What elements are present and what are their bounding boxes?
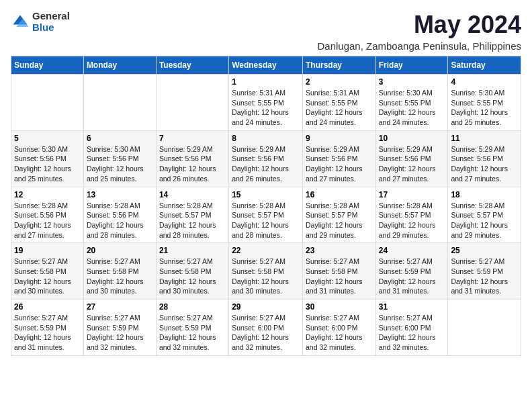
calendar-cell: 12Sunrise: 5:28 AMSunset: 5:56 PMDayligh…: [11, 187, 84, 243]
day-number: 24: [379, 246, 445, 255]
calendar-cell: [11, 75, 84, 131]
day-info: Sunrise: 5:27 AMSunset: 5:58 PMDaylight:…: [14, 257, 81, 296]
day-info: Sunrise: 5:29 AMSunset: 5:56 PMDaylight:…: [451, 144, 518, 184]
calendar-cell: 16Sunrise: 5:28 AMSunset: 5:57 PMDayligh…: [302, 187, 375, 243]
day-info: Sunrise: 5:27 AMSunset: 5:58 PMDaylight:…: [232, 257, 300, 296]
subtitle: Danlugan, Zamboanga Peninsula, Philippin…: [317, 40, 521, 52]
day-info: Sunrise: 5:27 AMSunset: 5:58 PMDaylight:…: [87, 257, 153, 296]
calendar-cell: 1Sunrise: 5:31 AMSunset: 5:55 PMDaylight…: [229, 75, 303, 131]
calendar-cell: 4Sunrise: 5:30 AMSunset: 5:55 PMDaylight…: [448, 75, 521, 131]
page-header: General Blue May 2024 Danlugan, Zamboang…: [11, 11, 521, 52]
calendar-cell: 29Sunrise: 5:27 AMSunset: 6:00 PMDayligh…: [229, 300, 303, 356]
logo: General Blue: [11, 11, 70, 33]
day-info: Sunrise: 5:28 AMSunset: 5:56 PMDaylight:…: [87, 201, 153, 240]
day-number: 28: [159, 302, 226, 312]
day-info: Sunrise: 5:27 AMSunset: 5:59 PMDaylight:…: [451, 257, 518, 296]
header-day-thursday: Thursday: [302, 56, 375, 75]
calendar-cell: 14Sunrise: 5:28 AMSunset: 5:57 PMDayligh…: [156, 187, 228, 243]
day-number: 22: [232, 246, 300, 255]
calendar-cell: [448, 300, 521, 356]
logo-icon: [11, 13, 30, 32]
day-number: 11: [451, 134, 518, 143]
day-info: Sunrise: 5:27 AMSunset: 5:59 PMDaylight:…: [87, 313, 153, 353]
day-info: Sunrise: 5:28 AMSunset: 5:57 PMDaylight:…: [232, 201, 300, 240]
calendar-cell: 5Sunrise: 5:30 AMSunset: 5:56 PMDaylight…: [11, 130, 84, 187]
calendar-cell: 15Sunrise: 5:28 AMSunset: 5:57 PMDayligh…: [229, 187, 303, 243]
day-info: Sunrise: 5:27 AMSunset: 5:58 PMDaylight:…: [306, 257, 373, 296]
day-info: Sunrise: 5:28 AMSunset: 5:57 PMDaylight:…: [451, 201, 518, 240]
calendar-cell: 6Sunrise: 5:30 AMSunset: 5:56 PMDaylight…: [83, 130, 156, 187]
calendar-cell: 28Sunrise: 5:27 AMSunset: 5:59 PMDayligh…: [156, 300, 228, 356]
title-block: May 2024 Danlugan, Zamboanga Peninsula, …: [317, 11, 521, 52]
day-number: 26: [14, 302, 81, 312]
calendar-body: 1Sunrise: 5:31 AMSunset: 5:55 PMDaylight…: [11, 75, 521, 356]
calendar-header: SundayMondayTuesdayWednesdayThursdayFrid…: [11, 56, 521, 75]
day-number: 30: [306, 302, 373, 312]
day-info: Sunrise: 5:31 AMSunset: 5:55 PMDaylight:…: [306, 88, 373, 128]
calendar-cell: 7Sunrise: 5:29 AMSunset: 5:56 PMDaylight…: [156, 130, 228, 187]
day-number: 20: [87, 246, 153, 255]
header-day-wednesday: Wednesday: [229, 56, 303, 75]
day-number: 29: [232, 302, 300, 312]
day-number: 27: [87, 302, 153, 312]
day-info: Sunrise: 5:30 AMSunset: 5:55 PMDaylight:…: [451, 88, 518, 128]
calendar-cell: 22Sunrise: 5:27 AMSunset: 5:58 PMDayligh…: [229, 243, 303, 300]
logo-general-text: General: [32, 11, 70, 22]
calendar-cell: 27Sunrise: 5:27 AMSunset: 5:59 PMDayligh…: [83, 300, 156, 356]
calendar-cell: [83, 75, 156, 131]
calendar-cell: [156, 75, 228, 131]
day-info: Sunrise: 5:27 AMSunset: 6:00 PMDaylight:…: [306, 313, 373, 353]
calendar-table: SundayMondayTuesdayWednesdayThursdayFrid…: [11, 56, 521, 356]
day-info: Sunrise: 5:27 AMSunset: 5:59 PMDaylight:…: [159, 313, 226, 353]
day-number: 4: [451, 77, 518, 87]
calendar-cell: 18Sunrise: 5:28 AMSunset: 5:57 PMDayligh…: [448, 187, 521, 243]
calendar-week-1: 1Sunrise: 5:31 AMSunset: 5:55 PMDaylight…: [11, 75, 521, 131]
day-info: Sunrise: 5:30 AMSunset: 5:56 PMDaylight:…: [14, 144, 81, 184]
day-info: Sunrise: 5:27 AMSunset: 5:59 PMDaylight:…: [379, 257, 445, 296]
header-row: SundayMondayTuesdayWednesdayThursdayFrid…: [11, 56, 521, 75]
calendar-week-2: 5Sunrise: 5:30 AMSunset: 5:56 PMDaylight…: [11, 130, 521, 187]
calendar-cell: 13Sunrise: 5:28 AMSunset: 5:56 PMDayligh…: [83, 187, 156, 243]
day-info: Sunrise: 5:30 AMSunset: 5:55 PMDaylight:…: [379, 88, 445, 128]
main-title: May 2024: [317, 11, 521, 39]
calendar-cell: 31Sunrise: 5:27 AMSunset: 6:00 PMDayligh…: [375, 300, 448, 356]
day-info: Sunrise: 5:28 AMSunset: 5:57 PMDaylight:…: [159, 201, 226, 240]
day-number: 21: [159, 246, 226, 255]
day-number: 19: [14, 246, 81, 255]
calendar-cell: 9Sunrise: 5:29 AMSunset: 5:56 PMDaylight…: [302, 130, 375, 187]
calendar-cell: 17Sunrise: 5:28 AMSunset: 5:57 PMDayligh…: [375, 187, 448, 243]
calendar-cell: 11Sunrise: 5:29 AMSunset: 5:56 PMDayligh…: [448, 130, 521, 187]
day-number: 18: [451, 190, 518, 199]
day-number: 31: [379, 302, 445, 312]
header-day-monday: Monday: [83, 56, 156, 75]
calendar-cell: 3Sunrise: 5:30 AMSunset: 5:55 PMDaylight…: [375, 75, 448, 131]
day-number: 6: [87, 134, 153, 143]
calendar-week-4: 19Sunrise: 5:27 AMSunset: 5:58 PMDayligh…: [11, 243, 521, 300]
day-info: Sunrise: 5:28 AMSunset: 5:56 PMDaylight:…: [14, 201, 81, 240]
day-info: Sunrise: 5:29 AMSunset: 5:56 PMDaylight:…: [306, 144, 373, 184]
day-number: 7: [159, 134, 226, 143]
calendar-cell: 24Sunrise: 5:27 AMSunset: 5:59 PMDayligh…: [375, 243, 448, 300]
header-day-sunday: Sunday: [11, 56, 84, 75]
day-info: Sunrise: 5:29 AMSunset: 5:56 PMDaylight:…: [159, 144, 226, 184]
day-number: 5: [14, 134, 81, 143]
day-number: 25: [451, 246, 518, 255]
day-number: 1: [232, 77, 300, 87]
day-number: 17: [379, 190, 445, 199]
day-number: 9: [306, 134, 373, 143]
day-info: Sunrise: 5:30 AMSunset: 5:56 PMDaylight:…: [87, 144, 153, 184]
day-number: 12: [14, 190, 81, 199]
calendar-cell: 23Sunrise: 5:27 AMSunset: 5:58 PMDayligh…: [302, 243, 375, 300]
logo-text: General Blue: [32, 11, 70, 33]
calendar-week-3: 12Sunrise: 5:28 AMSunset: 5:56 PMDayligh…: [11, 187, 521, 243]
calendar-cell: 21Sunrise: 5:27 AMSunset: 5:58 PMDayligh…: [156, 243, 228, 300]
day-number: 13: [87, 190, 153, 199]
day-number: 3: [379, 77, 445, 87]
calendar-cell: 10Sunrise: 5:29 AMSunset: 5:56 PMDayligh…: [375, 130, 448, 187]
calendar-week-5: 26Sunrise: 5:27 AMSunset: 5:59 PMDayligh…: [11, 300, 521, 356]
calendar-cell: 25Sunrise: 5:27 AMSunset: 5:59 PMDayligh…: [448, 243, 521, 300]
day-info: Sunrise: 5:27 AMSunset: 5:59 PMDaylight:…: [14, 313, 81, 353]
day-info: Sunrise: 5:29 AMSunset: 5:56 PMDaylight:…: [232, 144, 300, 184]
day-info: Sunrise: 5:31 AMSunset: 5:55 PMDaylight:…: [232, 88, 300, 128]
calendar-cell: 26Sunrise: 5:27 AMSunset: 5:59 PMDayligh…: [11, 300, 84, 356]
